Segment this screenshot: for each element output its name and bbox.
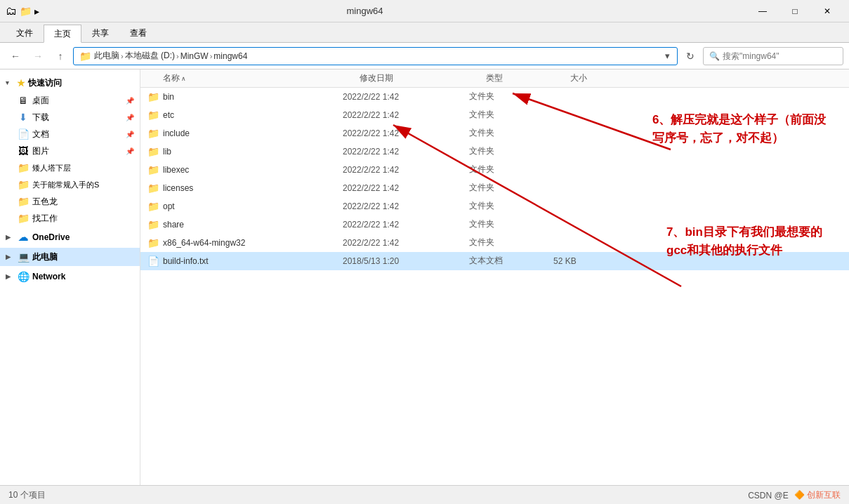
file-date: 2022/2/22 1:42 bbox=[343, 238, 469, 248]
file-name: x86_64-w64-mingw32 bbox=[163, 238, 343, 248]
quick-access-star-icon: ★ bbox=[17, 78, 25, 88]
address-bar[interactable]: 📁 此电脑 › 本地磁盘 (D:) › MinGW › mingw64 ▾ bbox=[73, 47, 678, 65]
file-type: 文件夹 bbox=[469, 218, 553, 230]
file-area: 名称 ∧ 修改日期 类型 大小 📁bin2022/2/22 1:42文件夹📁et… bbox=[140, 69, 849, 485]
file-icon: 📁 bbox=[146, 164, 160, 175]
file-type: 文件夹 bbox=[469, 164, 553, 175]
sidebar-item-folder4[interactable]: 📁 找工作 bbox=[0, 210, 140, 227]
this-pc-header[interactable]: ▶ 💻 此电脑 bbox=[0, 248, 140, 266]
onedrive-icon: ☁ bbox=[17, 232, 29, 243]
sidebar-item-folder1[interactable]: 📁 矮人塔下层 bbox=[0, 159, 140, 176]
quick-access-expand-icon: ▾ bbox=[6, 79, 14, 86]
sidebar-item-desktop[interactable]: 🖥 桌面 📌 bbox=[0, 92, 140, 109]
quick-access-header[interactable]: ▾ ★ 快速访问 bbox=[0, 74, 140, 92]
file-row[interactable]: 📁opt2022/2/22 1:42文件夹 bbox=[140, 197, 849, 215]
breadcrumb-pc: 此电脑 bbox=[94, 50, 119, 62]
file-icon: 📁 bbox=[146, 219, 160, 230]
onedrive-header[interactable]: ▶ ☁ OneDrive bbox=[0, 228, 140, 246]
sidebar-item-pictures[interactable]: 🖼 图片 📌 bbox=[0, 142, 140, 159]
col-header-size[interactable]: 大小 bbox=[570, 72, 843, 84]
file-name: bin bbox=[163, 92, 343, 102]
tab-home[interactable]: 主页 bbox=[44, 25, 81, 43]
file-size: 52 KB bbox=[553, 256, 843, 266]
col-header-name[interactable]: 名称 ∧ bbox=[163, 72, 360, 84]
desktop-icon: 🖥 bbox=[17, 95, 29, 106]
file-icon: 📁 bbox=[146, 237, 160, 248]
file-row[interactable]: 📁share2022/2/22 1:42文件夹 bbox=[140, 215, 849, 234]
folder2-label: 关于能常规入手的S bbox=[32, 180, 99, 190]
documents-pin-icon: 📌 bbox=[126, 131, 134, 138]
breadcrumb-mingw: MinGW bbox=[180, 51, 209, 61]
folder2-icon: 📁 bbox=[17, 179, 29, 190]
file-icon: 📁 bbox=[146, 91, 160, 102]
app-window: 🗂 📁 ▸ mingw64 — □ ✕ 文件 主页 共享 查看 ← → ↑ 📁 … bbox=[0, 0, 849, 504]
network-icon: 🌐 bbox=[17, 271, 29, 282]
file-type: 文件夹 bbox=[469, 237, 553, 248]
desktop-label: 桌面 bbox=[32, 95, 49, 107]
file-list: 📁bin2022/2/22 1:42文件夹📁etc2022/2/22 1:42文… bbox=[140, 88, 849, 270]
title-text: mingw64 bbox=[0, 6, 741, 16]
watermark-text: CSDN @E bbox=[748, 491, 789, 500]
maximize-button[interactable]: □ bbox=[779, 0, 811, 22]
sidebar: ▾ ★ 快速访问 🖥 桌面 📌 ⬇ 下载 📌 bbox=[0, 69, 140, 485]
file-row[interactable]: 📁libexec2022/2/22 1:42文件夹 bbox=[140, 161, 849, 179]
sidebar-item-folder3[interactable]: 📁 五色龙 bbox=[0, 193, 140, 210]
sidebar-section-quick-access: ▾ ★ 快速访问 🖥 桌面 📌 ⬇ 下载 📌 bbox=[0, 74, 140, 227]
up-button[interactable]: ↑ bbox=[51, 46, 70, 66]
file-icon: 📁 bbox=[146, 110, 160, 121]
col-header-type[interactable]: 类型 bbox=[486, 72, 570, 84]
column-headers-row: 名称 ∧ 修改日期 类型 大小 bbox=[140, 69, 849, 88]
tab-view[interactable]: 查看 bbox=[119, 24, 157, 42]
tab-file[interactable]: 文件 bbox=[6, 24, 44, 42]
window-controls: — □ ✕ bbox=[746, 0, 843, 22]
file-row[interactable]: 📁include2022/2/22 1:42文件夹 bbox=[140, 124, 849, 142]
folder3-label: 五色龙 bbox=[32, 196, 58, 208]
file-row[interactable]: 📁lib2022/2/22 1:42文件夹 bbox=[140, 142, 849, 161]
network-expand-icon: ▶ bbox=[6, 273, 14, 280]
forward-button[interactable]: → bbox=[28, 46, 48, 66]
tab-share[interactable]: 共享 bbox=[81, 24, 119, 42]
ribbon-tabs: 文件 主页 共享 查看 bbox=[0, 22, 849, 42]
address-dropdown-button[interactable]: ▾ bbox=[664, 49, 671, 62]
address-area: ← → ↑ 📁 此电脑 › 本地磁盘 (D:) › MinGW › mingw6… bbox=[0, 43, 849, 69]
file-row[interactable]: 📁bin2022/2/22 1:42文件夹 bbox=[140, 88, 849, 106]
file-row[interactable]: 📁etc2022/2/22 1:42文件夹 bbox=[140, 106, 849, 124]
file-row[interactable]: 📁x86_64-w64-mingw322022/2/22 1:42文件夹 bbox=[140, 234, 849, 252]
network-header[interactable]: ▶ 🌐 Network bbox=[0, 267, 140, 286]
file-name: share bbox=[163, 220, 343, 230]
file-name: include bbox=[163, 128, 343, 138]
onedrive-expand-icon: ▶ bbox=[6, 234, 14, 241]
file-row[interactable]: 📁licenses2022/2/22 1:42文件夹 bbox=[140, 179, 849, 197]
close-button[interactable]: ✕ bbox=[811, 0, 843, 22]
file-type: 文件夹 bbox=[469, 127, 553, 139]
col-header-date[interactable]: 修改日期 bbox=[360, 72, 486, 84]
file-icon: 📁 bbox=[146, 128, 160, 139]
search-box: 🔍 bbox=[703, 47, 843, 65]
file-icon: 📁 bbox=[146, 201, 160, 212]
sidebar-item-documents[interactable]: 📄 文档 📌 bbox=[0, 126, 140, 142]
sidebar-item-downloads[interactable]: ⬇ 下载 📌 bbox=[0, 109, 140, 126]
sidebar-item-folder2[interactable]: 📁 关于能常规入手的S bbox=[0, 176, 140, 193]
pictures-label: 图片 bbox=[32, 145, 49, 157]
breadcrumb: 此电脑 › 本地磁盘 (D:) › MinGW › mingw64 bbox=[94, 50, 661, 62]
minimize-button[interactable]: — bbox=[746, 0, 779, 22]
folder4-label: 找工作 bbox=[32, 213, 58, 225]
file-row[interactable]: 📄build-info.txt2018/5/13 1:20文本文档52 KB bbox=[140, 252, 849, 270]
back-button[interactable]: ← bbox=[6, 46, 25, 66]
this-pc-expand-icon: ▶ bbox=[6, 253, 14, 260]
file-type: 文件夹 bbox=[469, 200, 553, 212]
file-date: 2022/2/22 1:42 bbox=[343, 147, 469, 157]
file-date: 2022/2/22 1:42 bbox=[343, 183, 469, 193]
network-label: Network bbox=[32, 272, 65, 281]
search-input[interactable] bbox=[723, 51, 837, 61]
title-bar: 🗂 📁 ▸ mingw64 — □ ✕ bbox=[0, 0, 849, 22]
folder1-icon: 📁 bbox=[17, 162, 29, 173]
file-date: 2022/2/22 1:42 bbox=[343, 201, 469, 211]
folder1-label: 矮人塔下层 bbox=[32, 163, 71, 173]
downloads-icon: ⬇ bbox=[17, 112, 29, 123]
refresh-button[interactable]: ↻ bbox=[680, 46, 700, 66]
ribbon: 文件 主页 共享 查看 bbox=[0, 22, 849, 43]
documents-label: 文档 bbox=[32, 128, 49, 140]
folder4-icon: 📁 bbox=[17, 213, 29, 224]
file-type: 文件夹 bbox=[469, 145, 553, 157]
